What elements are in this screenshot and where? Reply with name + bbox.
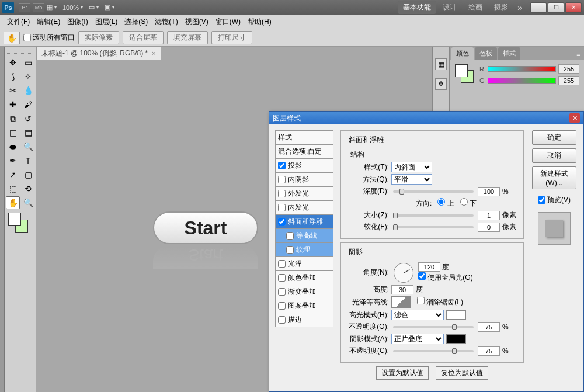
stamp-tool-icon[interactable]: ⧉ [6,112,20,125]
angle-input[interactable] [418,262,440,272]
3d-rotate-icon[interactable]: ⟲ [21,182,35,195]
minibridge-icon[interactable]: Mb [33,3,44,12]
fit-screen-button[interactable]: 适合屏幕 [123,31,164,44]
gloss-contour-picker[interactable] [391,296,411,308]
gradient-tool-icon[interactable]: ▤ [21,126,35,139]
dialog-titlebar[interactable]: 图层样式 ✕ [269,112,583,124]
menu-help[interactable]: 帮助(H) [244,15,275,29]
fill-screen-button[interactable]: 填充屏幕 [167,31,208,44]
blur-tool-icon[interactable]: ⬬ [6,140,20,153]
maximize-button[interactable]: ☐ [548,2,564,13]
menu-file[interactable]: 文件(F) [4,15,33,29]
lasso-tool-icon[interactable]: ⟆ [6,70,20,83]
style-gradient-overlay[interactable]: 渐变叠加 [275,285,333,299]
technique-select[interactable]: 平滑 [391,174,432,185]
panel-swatches[interactable] [455,64,475,84]
type-tool-icon[interactable]: T [21,154,35,167]
set-default-button[interactable]: 设置为默认值 [376,366,429,380]
depth-slider[interactable] [393,190,474,193]
menu-window[interactable]: 窗口(W) [212,15,244,29]
shadow-opacity-slider[interactable] [393,350,474,352]
view-extras-dropdown[interactable]: ▦ [47,4,57,11]
menu-image[interactable]: 图像(I) [64,15,91,29]
3d-tool-icon[interactable]: ⬚ [6,182,20,195]
move-tool-icon[interactable]: ✥ [6,56,20,69]
style-satin[interactable]: 光泽 [275,257,333,271]
depth-input[interactable] [478,187,500,196]
style-inner-shadow[interactable]: 内阴影 [275,173,333,187]
eraser-tool-icon[interactable]: ◫ [6,126,20,139]
brush-tool-icon[interactable]: 🖌 [21,98,35,111]
direction-down[interactable]: 下 [460,198,477,209]
workspace-basic[interactable]: 基本功能 [398,1,436,14]
path-tool-icon[interactable]: ↗ [6,168,20,181]
reset-default-button[interactable]: 复位为默认值 [436,366,488,380]
marquee-tool-icon[interactable]: ▭ [21,56,35,69]
heal-tool-icon[interactable]: ✚ [6,98,20,111]
ok-button[interactable]: 确定 [532,130,576,145]
menu-filter[interactable]: 滤镜(T) [151,15,181,29]
r-input[interactable] [558,64,579,74]
print-size-button[interactable]: 打印尺寸 [211,31,252,44]
workspace-paint[interactable]: 绘画 [464,1,487,14]
style-contour[interactable]: 等高线 [275,229,333,243]
bridge-icon[interactable]: Br [19,3,30,12]
style-outer-glow[interactable]: 外发光 [275,187,333,201]
eyedropper-tool-icon[interactable]: 💧 [21,84,35,97]
menu-view[interactable]: 视图(V) [182,15,212,29]
shadow-opacity-input[interactable] [478,346,500,356]
panel-menu-icon[interactable]: ≡ [573,51,584,60]
global-light-checkbox[interactable]: 使用全局光(G) [418,273,473,282]
blend-options[interactable]: 混合选项:自定 [275,145,333,159]
panel-fg-swatch[interactable] [455,64,468,77]
tab-color[interactable]: 颜色 [451,47,474,60]
foreground-swatch[interactable] [8,213,21,226]
tab-swatches[interactable]: 色板 [475,47,497,60]
angle-dial[interactable] [394,263,413,283]
workspace-more-icon[interactable]: » [517,3,522,12]
preview-checkbox[interactable]: 预览(V) [538,195,571,205]
workspace-photo[interactable]: 摄影 [489,1,513,14]
antialias-checkbox[interactable]: 消除锯齿(L) [417,297,463,307]
document-close-icon[interactable]: ✕ [151,50,156,57]
color-swatches[interactable] [6,213,34,234]
wand-tool-icon[interactable]: ✧ [21,70,35,83]
scroll-all-checkbox[interactable]: 滚动所有窗口 [23,33,75,43]
menu-edit[interactable]: 编辑(E) [33,15,64,29]
altitude-input[interactable] [391,285,413,294]
r-slider[interactable] [488,66,556,72]
style-bevel[interactable]: 斜面和浮雕 [275,215,333,229]
g-input[interactable] [558,76,579,85]
g-slider[interactable] [488,78,556,84]
style-texture[interactable]: 纹理 [275,243,333,257]
style-inner-glow[interactable]: 内发光 [275,201,333,215]
style-stroke[interactable]: 描边 [275,313,333,327]
menu-select[interactable]: 选择(S) [121,15,151,29]
screenmode-dropdown[interactable]: ▣ [105,4,114,11]
dock-icon-1[interactable]: ▦ [435,58,447,70]
size-input[interactable] [478,211,500,220]
highlight-mode-select[interactable]: 滤色 [391,310,444,320]
hand-tool-icon[interactable]: ✋ [4,32,20,44]
zoom-tool-icon[interactable]: 🔍 [21,196,35,209]
tab-styles[interactable]: 样式 [498,47,520,60]
size-slider[interactable] [393,214,474,217]
cancel-button[interactable]: 取消 [532,148,576,163]
style-drop-shadow[interactable]: 投影 [275,159,333,173]
dialog-close-icon[interactable]: ✕ [569,113,580,123]
pen-tool-icon[interactable]: ✒ [6,154,20,167]
highlight-opacity-slider[interactable] [393,326,474,328]
arrange-dropdown[interactable]: ▭ [89,4,99,11]
zoom-dropdown[interactable]: 100% [62,4,83,11]
highlight-color-swatch[interactable] [446,310,466,320]
dodge-tool-icon[interactable]: 🔍 [21,140,35,153]
shadow-mode-select[interactable]: 正片叠底 [391,334,444,344]
direction-up[interactable]: 上 [437,198,454,209]
style-color-overlay[interactable]: 颜色叠加 [275,271,333,285]
actual-pixels-button[interactable]: 实际像素 [78,31,119,44]
style-pattern-overlay[interactable]: 图案叠加 [275,299,333,313]
style-select[interactable]: 内斜面 [391,162,432,172]
new-style-button[interactable]: 新建样式(W)... [532,166,576,189]
soften-slider[interactable] [393,226,474,228]
dock-icon-2[interactable]: ✲ [435,78,447,90]
